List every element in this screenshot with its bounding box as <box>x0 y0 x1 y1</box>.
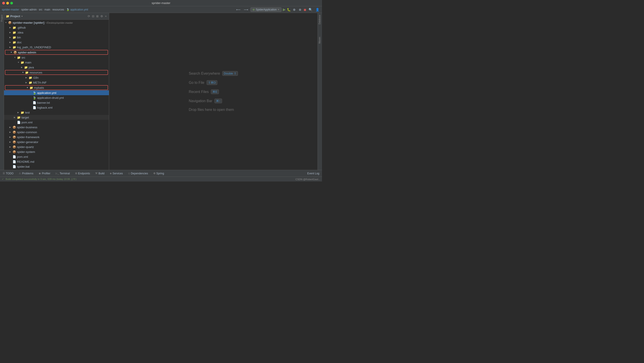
tree-item-doc[interactable]: ▶ 📁 doc <box>4 40 109 45</box>
tree-root[interactable]: ▼ 📦 sprider-master [spider] ~/Desktop/sp… <box>4 20 109 25</box>
debug-button[interactable]: 🐛 <box>287 8 291 11</box>
hint-goto-file: Go to File ⇧⌘O <box>189 80 238 85</box>
sync-icon[interactable]: ⟳ <box>87 14 90 18</box>
tree-item-bin[interactable]: ▶ 📁 bin <box>4 35 109 40</box>
hint-drop-label: Drop files here to open them <box>189 108 234 112</box>
breadcrumb-file[interactable]: 🍃 application.yml <box>66 8 88 11</box>
tree-item-application-druid-yml[interactable]: 🍃 application-druid.yml <box>4 95 109 100</box>
event-log-tab[interactable]: Event Log <box>306 171 320 175</box>
problems-label: Problems <box>22 172 33 175</box>
tab-build[interactable]: ⚒ Build <box>94 171 105 175</box>
hint-goto-label: Go to File <box>189 81 204 85</box>
tree-item-main[interactable]: ▼ 📁 main <box>4 60 109 65</box>
tree-item-pom-admin[interactable]: 📄 pom.xml <box>4 120 109 125</box>
tree-item-java[interactable]: ▶ 📁 java <box>4 65 109 70</box>
tree-item-spider-framework[interactable]: ▶ 📦 spider-framework <box>4 135 109 139</box>
main-layout: Project 📁 Project ▼ ⟳ ⊟ ⊞ ⚙ × ▼ 📦 spride… <box>0 13 322 170</box>
close-button[interactable] <box>2 2 5 4</box>
profiler-label: Profiler <box>42 172 50 175</box>
nav-bar: sprider-master › spider-admin › src › ma… <box>0 6 322 13</box>
tree-item-spider-business[interactable]: ▶ 📦 spider-business <box>4 125 109 130</box>
tab-problems[interactable]: ⚠ Problems <box>18 171 34 175</box>
sidebar-icons-left: Project <box>0 13 4 170</box>
breadcrumb-spider-admin[interactable]: spider-admin <box>21 8 37 11</box>
traffic-lights <box>2 2 13 4</box>
spring-icon: ✿ <box>154 172 156 175</box>
nav-forward-btn[interactable]: ⟶ <box>243 7 249 12</box>
tree-item-spider-generator[interactable]: ▶ 📦 spider-generator <box>4 139 109 144</box>
title-bar: sprider-master <box>0 0 322 6</box>
tree-item-pom-root[interactable]: 📄 pom.xml <box>4 154 109 159</box>
status-bar: ✓ Build completed successfully in 3 sec,… <box>0 177 322 181</box>
tree-item-target[interactable]: ▶ 📁 target <box>4 115 109 120</box>
tab-profiler[interactable]: ◉ Profiler <box>38 171 51 175</box>
tree-item-banner-txt[interactable]: 📄 banner.txt <box>4 100 109 105</box>
tree-item-idea[interactable]: ▶ 📁 .idea <box>4 30 109 35</box>
hint-search-key: Double ⇧ <box>222 71 238 76</box>
tree-item-src[interactable]: ▼ 📁 src <box>4 55 109 60</box>
tab-todo[interactable]: ☰ TODO <box>2 171 14 175</box>
close-panel-icon[interactable]: × <box>104 14 107 18</box>
todo-icon: ☰ <box>3 172 5 175</box>
bottom-toolbar: ☰ TODO ⚠ Problems ◉ Profiler ▷_ Terminal… <box>0 170 322 177</box>
minimize-button[interactable] <box>6 2 9 4</box>
tree-item-logpath[interactable]: ▶ 📁 log_path_IS_UNDEFINED <box>4 45 109 50</box>
right-sidebar: Database Maven <box>318 13 322 170</box>
stop-button[interactable]: ◼ <box>304 8 306 11</box>
help-button[interactable]: 👤 <box>314 7 320 12</box>
sidebar-project-icon[interactable]: Project <box>0 14 4 22</box>
tab-services[interactable]: ◈ Services <box>109 171 124 175</box>
breadcrumb-src[interactable]: src <box>39 8 42 11</box>
file-tree-body: ▼ 📦 sprider-master [spider] ~/Desktop/sp… <box>4 20 109 170</box>
tree-item-spider-admin[interactable]: ▼ 📦 spider-admin <box>5 50 108 55</box>
run-button[interactable]: ▶ <box>283 7 286 12</box>
nav-back-btn[interactable]: ⟵ <box>235 7 242 12</box>
tree-item-spider-common[interactable]: ▶ 📦 spider-common <box>4 130 109 135</box>
tree-item-mybatis[interactable]: ▼ 📁 mybatis <box>5 85 108 90</box>
tab-spring[interactable]: ✿ Spring <box>152 171 165 175</box>
tree-item-logback-xml[interactable]: 📄 logback.xml <box>4 105 109 110</box>
services-label: Services <box>112 172 123 175</box>
database-panel-label[interactable]: Database <box>318 13 322 26</box>
hint-nav-key: ⌘↑ <box>214 99 222 103</box>
hint-recent-label: Recent Files <box>189 90 209 94</box>
run-config-selector[interactable]: 🕷 SpiderApplication ▼ <box>250 7 282 12</box>
tab-terminal[interactable]: ▷_ Terminal <box>55 171 71 175</box>
file-tree-panel: 📁 Project ▼ ⟳ ⊟ ⊞ ⚙ × ▼ 📦 sprider-master… <box>4 13 109 170</box>
tree-item-i18n[interactable]: ▶ 📁 i18n <box>4 75 109 80</box>
terminal-icon: ▷_ <box>56 172 59 175</box>
tree-item-metainf[interactable]: ▶ 📁 META-INF <box>4 80 109 85</box>
breadcrumb-main[interactable]: main <box>44 8 50 11</box>
tree-item-test[interactable]: ▶ 📁 test <box>4 110 109 115</box>
hint-nav-label: Navigation Bar <box>189 99 212 103</box>
hint-drop-files: Drop files here to open them <box>189 108 238 112</box>
tree-item-spider-quartz[interactable]: ▶ 📦 spider-quartz <box>4 144 109 149</box>
hint-search-everywhere: Search Everywhere Double ⇧ <box>189 71 238 76</box>
csdn-label: CSDN @RobertGaol... <box>296 178 320 181</box>
tab-endpoints[interactable]: ⊞ Endpoints <box>74 171 91 175</box>
run-config-label: SpiderApplication <box>256 8 276 11</box>
coverage-button[interactable]: ⊕ <box>292 7 296 12</box>
tree-item-application-yml[interactable]: 🍃 application.yml <box>4 90 109 95</box>
tree-item-resources[interactable]: ▼ 📁 resources <box>5 70 108 75</box>
tree-item-spider-system[interactable]: ▶ 📦 spider-system <box>4 149 109 154</box>
breadcrumb: sprider-master › spider-admin › src › ma… <box>2 8 88 11</box>
tree-item-spider-bat[interactable]: 📄 spider.bat <box>4 164 109 169</box>
maven-panel-label[interactable]: Maven <box>318 35 322 45</box>
settings-icon[interactable]: ⚙ <box>100 14 104 18</box>
dependencies-icon: ◇ <box>128 172 130 175</box>
search-button[interactable]: 🔍 <box>308 7 313 12</box>
tab-dependencies[interactable]: ◇ Dependencies <box>127 171 149 175</box>
hint-block: Search Everywhere Double ⇧ Go to File ⇧⌘… <box>189 71 238 112</box>
build-label: Build <box>98 172 104 175</box>
filter-icon[interactable]: ⊞ <box>96 14 99 18</box>
tree-item-readme[interactable]: 📄 README.md <box>4 159 109 164</box>
tree-item-spider-sh[interactable]: 📄 spider.sh <box>4 169 109 170</box>
tree-item-github[interactable]: ▶ 📁 .github <box>4 25 109 30</box>
collapse-all-icon[interactable]: ⊟ <box>92 14 95 18</box>
status-message: Build completed successfully in 3 sec, 6… <box>6 177 76 181</box>
profile-button[interactable]: ⊗ <box>298 7 302 12</box>
maximize-button[interactable] <box>10 2 13 4</box>
breadcrumb-project[interactable]: sprider-master <box>2 8 19 11</box>
breadcrumb-resources[interactable]: resources <box>52 8 64 11</box>
